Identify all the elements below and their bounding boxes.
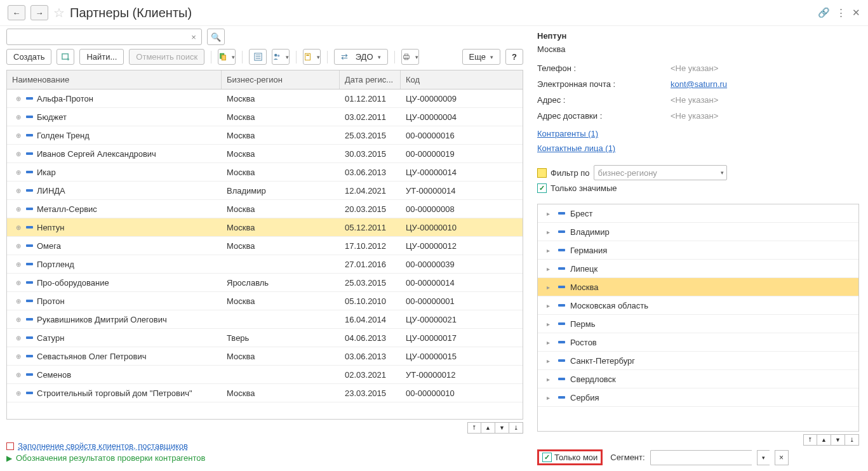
expand-icon[interactable]: ▸	[547, 357, 553, 364]
scroll-down-button[interactable]: ▼	[495, 422, 509, 434]
table-row[interactable]: ⊕Про-оборудованиеЯрославль25.03.201500-0…	[7, 274, 523, 292]
region-item[interactable]: ▸Свердловск	[538, 370, 858, 388]
link-icon[interactable]: 🔗	[818, 7, 830, 18]
region-item[interactable]: ▸Германия	[538, 241, 858, 260]
expand-icon[interactable]: ▸	[547, 284, 553, 291]
region-item[interactable]: ▸Ростов	[538, 333, 858, 352]
contacts-link[interactable]: Контактные лица (1)	[537, 143, 615, 153]
list-button[interactable]	[249, 49, 267, 65]
table-row[interactable]: ⊕ИкарМосква03.06.2013ЦУ-00000014	[7, 163, 523, 182]
tree-scroll-top-button[interactable]: ⤒	[803, 434, 817, 446]
email-value[interactable]: kont@saturn.ru	[671, 79, 727, 89]
tree-scroll-up-button[interactable]: ▲	[817, 434, 831, 446]
expand-icon[interactable]: ⊕	[15, 132, 22, 139]
table-row[interactable]: ⊕Семенов02.03.2021УТ-00000012	[7, 366, 523, 384]
table-row[interactable]: ⊕Иванов Сергей АлександровичМосква30.03.…	[7, 145, 523, 163]
table-row[interactable]: ⊕ЛИНДАВладимир12.04.2021УТ-00000014	[7, 182, 523, 200]
filter-by-checkbox[interactable]	[537, 168, 547, 178]
expand-icon[interactable]: ▸	[547, 265, 553, 272]
filter-by-select[interactable]: бизнес-региону▾	[594, 165, 727, 180]
column-header-region[interactable]: Бизнес-регион	[222, 70, 340, 89]
expand-icon[interactable]: ▸	[547, 394, 553, 401]
table-row[interactable]: ⊕БюджетМосква03.02.2011ЦУ-00000004	[7, 108, 523, 126]
table-row[interactable]: ⊕Альфа-ПротонМосква01.12.2011ЦУ-00000009	[7, 90, 523, 108]
expand-icon[interactable]: ⊕	[15, 261, 22, 268]
region-item[interactable]: ▸Брест	[538, 204, 858, 223]
more-button[interactable]: Еще	[462, 49, 500, 65]
expand-icon[interactable]: ⊕	[15, 316, 22, 323]
only-significant-checkbox[interactable]: ✓	[537, 183, 547, 193]
expand-icon[interactable]: ⊕	[15, 206, 22, 213]
create-button[interactable]: Создать	[6, 49, 51, 65]
expand-icon[interactable]: ▸	[547, 247, 553, 254]
expand-icon[interactable]: ▸	[547, 321, 553, 328]
expand-icon[interactable]: ▸	[547, 339, 553, 346]
print-button[interactable]	[401, 49, 419, 65]
table-row[interactable]: ⊕ОмегаМосква17.10.2012ЦУ-00000012	[7, 237, 523, 255]
expand-icon[interactable]: ▸	[547, 376, 553, 383]
template-button[interactable]	[303, 49, 321, 65]
search-button[interactable]: 🔍	[207, 29, 225, 45]
table-row[interactable]: ⊕Рукавишников Дмитрий Олегович16.04.2014…	[7, 310, 523, 329]
region-item[interactable]: ▸Москва	[538, 278, 858, 296]
column-header-code[interactable]: Код	[401, 70, 523, 89]
tree-scroll-bottom-button[interactable]: ⤓	[845, 434, 859, 446]
segment-clear-button[interactable]: ×	[775, 450, 789, 465]
scroll-top-button[interactable]: ⤒	[467, 422, 481, 434]
expand-icon[interactable]: ⊕	[15, 353, 22, 360]
expand-icon[interactable]: ⊕	[15, 187, 22, 194]
expand-icon[interactable]: ⊕	[15, 95, 22, 102]
table-row[interactable]: ⊕НептунМосква05.12.2011ЦУ-00000010	[7, 218, 523, 237]
users-button[interactable]	[272, 49, 290, 65]
column-header-date[interactable]: Дата регис...	[340, 70, 401, 89]
region-item[interactable]: ▸Пермь	[538, 315, 858, 333]
more-menu-icon[interactable]: ⋮	[836, 7, 846, 18]
expand-icon[interactable]: ▸	[547, 229, 553, 236]
table-row[interactable]: ⊕Портленд27.01.201600-00000039	[7, 255, 523, 274]
table-row[interactable]: ⊕Голден ТрендМосква25.03.201500-00000016	[7, 126, 523, 145]
table-row[interactable]: ⊕Металл-СервисМосква20.03.201500-0000000…	[7, 200, 523, 218]
region-item[interactable]: ▸Сербия	[538, 388, 858, 407]
help-button[interactable]: ?	[505, 49, 523, 65]
expand-icon[interactable]: ⊕	[15, 114, 22, 121]
segment-dropdown-button[interactable]: ▾	[757, 450, 770, 465]
expand-icon[interactable]: ⊕	[15, 224, 22, 231]
expand-icon[interactable]: ⊕	[15, 150, 22, 157]
search-input[interactable]	[6, 29, 202, 45]
expand-icon[interactable]: ▶	[6, 454, 12, 463]
favorite-star-icon[interactable]: ☆	[53, 5, 65, 20]
expand-icon[interactable]: ▸	[547, 210, 553, 217]
region-item[interactable]: ▸Московская область	[538, 296, 858, 315]
expand-icon[interactable]: ⊕	[15, 371, 22, 378]
search-clear-icon[interactable]: ×	[188, 31, 199, 43]
check-results-link[interactable]: Обозначения результатов проверки контраг…	[16, 453, 205, 463]
fill-properties-link[interactable]: Заполнение свойств клиентов, поставщиков	[18, 441, 188, 451]
create-group-button[interactable]	[57, 49, 74, 65]
table-row[interactable]: ⊕Строительный торговый дом "Петрович"Мос…	[7, 384, 523, 402]
clipboard-button[interactable]	[218, 49, 236, 65]
expand-icon[interactable]: ⊕	[15, 279, 22, 286]
expand-icon[interactable]: ⊕	[15, 169, 22, 176]
tree-scroll-down-button[interactable]: ▼	[831, 434, 845, 446]
table-row[interactable]: ⊕Севастьянов Олег ПетровичМосква03.06.20…	[7, 347, 523, 366]
scroll-bottom-button[interactable]: ⤓	[509, 422, 523, 434]
expand-icon[interactable]: ⊕	[15, 242, 22, 249]
expand-icon[interactable]: ⊕	[15, 298, 22, 305]
region-item[interactable]: ▸Липецк	[538, 260, 858, 278]
scroll-up-button[interactable]: ▲	[481, 422, 495, 434]
nav-forward-button[interactable]: →	[30, 5, 48, 20]
table-row[interactable]: ⊕СатурнТверь04.06.2013ЦУ-00000017	[7, 329, 523, 347]
segment-input[interactable]	[650, 450, 752, 465]
only-mine-checkbox[interactable]: ✓	[542, 453, 552, 462]
close-icon[interactable]: ✕	[852, 7, 860, 18]
column-header-name[interactable]: Наименование	[7, 70, 222, 89]
table-row[interactable]: ⊕ПротонМосква05.10.201000-00000001	[7, 292, 523, 310]
edo-button[interactable]: ⇄ ЭДО	[334, 49, 387, 65]
expand-icon[interactable]: ⊕	[15, 335, 22, 342]
nav-back-button[interactable]: ←	[8, 5, 25, 20]
region-item[interactable]: ▸Владимир	[538, 223, 858, 241]
region-item[interactable]: ▸Санкт-Петербург	[538, 352, 858, 370]
expand-icon[interactable]: ▸	[547, 302, 553, 309]
find-button[interactable]: Найти...	[79, 49, 124, 65]
contragents-link[interactable]: Контрагенты (1)	[537, 129, 598, 138]
